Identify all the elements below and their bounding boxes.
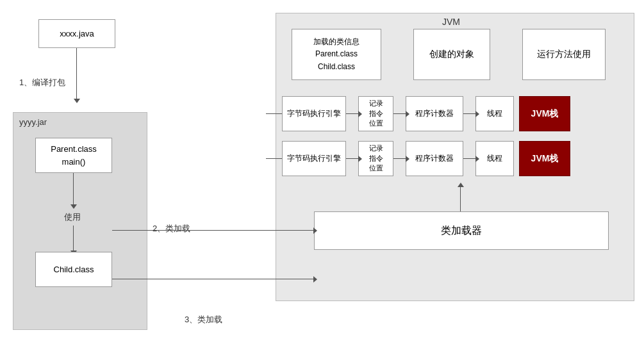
arrow-up-loader (460, 186, 461, 211)
arrow-exec-2 (346, 158, 359, 159)
exec-engine-box-1: 字节码执行引擎 (282, 96, 346, 131)
arrow-down-use (73, 173, 74, 205)
use-label: 使用 (64, 211, 81, 223)
arrow-into-exec-2 (266, 158, 284, 159)
arrow-down-compile (76, 48, 77, 99)
exec-row-2: 字节码执行引擎 记录指令位置 程序计数器 线程 JVM栈 (282, 141, 570, 176)
parent-class-label: Parent.class main() (51, 143, 97, 168)
jvm-stack-box-1: JVM栈 (519, 96, 570, 131)
thread-box-1: 线程 (475, 96, 514, 131)
class-info-title: 加载的类信息 (313, 36, 359, 48)
jvm-title: JVM (442, 17, 460, 27)
parent-class-box: Parent.class main() (35, 138, 112, 173)
arrow-prog-2 (463, 158, 476, 159)
arrow-into-exec-1 (266, 113, 284, 114)
class-loader-box: 类加载器 (314, 211, 609, 250)
jar-label: yyyy.jar (19, 117, 47, 127)
class-loader-label: 类加载器 (441, 224, 482, 238)
child-class-box: Child.class (35, 252, 112, 287)
jvm-stack-box-2: JVM栈 (519, 141, 570, 176)
class-info-line2: Child.class (318, 61, 355, 73)
record-box-2: 记录指令位置 (358, 141, 393, 176)
thread-box-2: 线程 (475, 141, 514, 176)
exec-engine-box-2: 字节码执行引擎 (282, 141, 346, 176)
arrow-exec-1 (346, 113, 359, 114)
arrow-down-child (73, 226, 74, 251)
exec-row-1: 字节码执行引擎 记录指令位置 程序计数器 线程 JVM栈 (282, 96, 570, 131)
xxxx-java-box: xxxx.java (38, 19, 115, 48)
arrow-load-2 (112, 230, 314, 231)
compile-label: 1、编译打包 (19, 77, 65, 88)
class-info-box: 加载的类信息 Parent.class Child.class (292, 29, 381, 80)
class-info-line1: Parent.class (315, 48, 358, 60)
run-method-box: 运行方法使用 (522, 29, 606, 80)
run-method-label: 运行方法使用 (537, 49, 591, 60)
create-obj-box: 创建的对象 (413, 29, 490, 80)
prog-counter-box-2: 程序计数器 (406, 141, 463, 176)
arrow-record-1 (393, 113, 406, 114)
xxxx-java-label: xxxx.java (60, 29, 94, 38)
arrow-record-2 (393, 158, 406, 159)
arrow-prog-1 (463, 113, 476, 114)
child-class-label: Child.class (54, 265, 94, 274)
load-label-3: 3、类加载 (185, 314, 222, 325)
arrow-load-3 (112, 279, 314, 279)
prog-counter-box-1: 程序计数器 (406, 96, 463, 131)
diagram-container: xxxx.java 1、编译打包 yyyy.jar Parent.class m… (0, 0, 644, 362)
create-obj-label: 创建的对象 (429, 49, 474, 60)
load-label-2: 2、类加载 (153, 223, 190, 234)
record-box-1: 记录指令位置 (358, 96, 393, 131)
